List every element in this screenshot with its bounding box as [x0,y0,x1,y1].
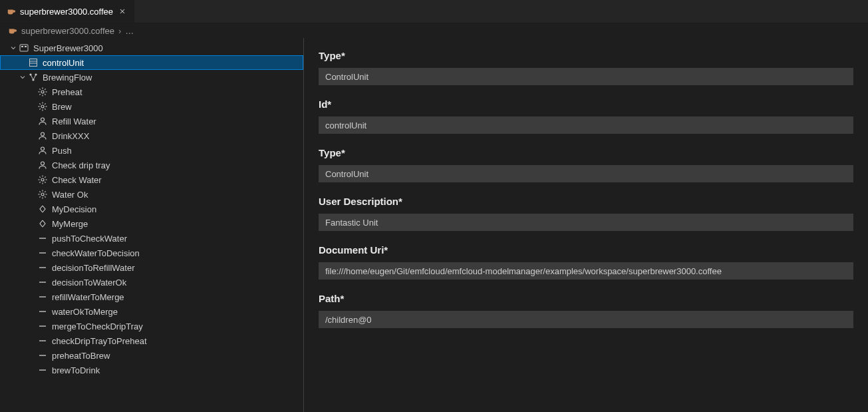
tree-arrow-placeholder [27,335,37,346]
edge-icon [37,365,48,375]
tree-item-label: Check Water [52,175,102,185]
tree-item-preheatToBrew[interactable]: preheatToBrew [0,348,303,363]
tree-item-decisionToWaterOk[interactable]: decisionToWaterOk [0,275,303,290]
tree-item-checkDripTrayToPreheat[interactable]: checkDripTrayToPreheat [0,333,303,348]
chevron-down-icon[interactable] [8,43,19,53]
tree-item-root[interactable]: SuperBrewer3000 [0,41,303,55]
tree-item-brewingFlow[interactable]: BrewingFlow [0,70,303,85]
svg-line-23 [39,103,40,104]
tree-item-brew[interactable]: Brew [0,99,303,114]
tree-arrow-placeholder [27,101,37,112]
svg-line-16 [45,89,45,89]
tree-item-checkWaterToDecision[interactable]: checkWaterToDecision [0,246,303,260]
breadcrumb-ellipsis[interactable]: … [125,26,134,36]
tree-item-myMerge[interactable]: MyMerge [0,216,303,231]
type-field-1[interactable] [319,68,853,85]
user-icon [37,160,48,170]
form-group-type-field-2: Type* [319,147,853,182]
tree-arrow-placeholder [27,160,37,170]
path-field[interactable] [319,311,853,328]
user-icon [37,145,48,156]
edge-icon [37,233,48,244]
tree-arrow-placeholder [27,306,37,317]
svg-line-47 [45,191,45,192]
svg-point-31 [41,178,44,181]
tree-arrow-placeholder [27,87,37,97]
tree-item-label: BrewingFlow [43,73,92,83]
svg-point-9 [41,91,44,93]
svg-rect-0 [20,45,28,51]
chevron-down-icon[interactable] [17,72,28,83]
svg-line-14 [39,89,40,89]
form-label: Type* [319,50,853,61]
tree-item-brewToDrink[interactable]: brewToDrink [0,363,303,377]
id-field[interactable] [319,116,853,134]
tree-item-preheat[interactable]: Preheat [0,85,303,99]
tree-arrow-placeholder [27,189,37,200]
document-uri-field[interactable] [319,262,853,280]
form-label: Type* [319,147,853,158]
svg-point-30 [41,162,45,165]
tree-item-pushToCheckWater[interactable]: pushToCheckWater [0,231,303,246]
tree-item-label: checkWaterToDecision [52,248,140,258]
tree-item-waterOk[interactable]: Water Ok [0,187,303,202]
tab-active[interactable]: superbrewer3000.coffee [0,0,135,23]
form-label: Path* [319,293,853,304]
edge-icon [37,277,48,288]
edge-icon [37,350,48,361]
tree-arrow-placeholder [27,350,37,361]
form-group-document-uri-field: Document Uri* [319,244,853,280]
tree-item-label: mergeToCheckDripTray [52,321,143,331]
gear-icon [37,174,48,185]
gear-icon [37,189,48,200]
coffee-icon [8,26,17,35]
svg-line-17 [39,94,40,95]
tree-arrow-placeholder [17,57,28,68]
tree-arrow-placeholder [27,277,37,288]
decision-icon [37,204,48,214]
tree-item-mergeToCheckDripTray[interactable]: mergeToCheckDripTray [0,319,303,333]
tree-panel: SuperBrewer3000controlUnitBrewingFlowPre… [0,38,304,412]
svg-line-46 [45,196,45,197]
tree-arrow-placeholder [27,321,37,331]
svg-point-27 [41,118,45,121]
tree-item-controlUnit[interactable]: controlUnit [0,55,303,70]
tree-item-label: MyDecision [52,204,96,214]
tree-item-drinkxxx[interactable]: DrinkXXX [0,128,303,143]
tree-item-checkDripTray[interactable]: Check drip tray [0,158,303,172]
tree-item-push[interactable]: Push [0,143,303,158]
edge-icon [37,321,48,331]
svg-line-25 [45,103,45,104]
unit-icon [28,57,39,68]
tree-item-label: checkDripTrayToPreheat [52,336,147,346]
tree-item-label: decisionToRefillWater [52,263,135,273]
tree-item-checkWater[interactable]: Check Water [0,172,303,187]
form-group-id-field: Id* [319,99,853,134]
form-label: User Description* [319,196,853,207]
chevron-right-icon: › [118,26,121,36]
svg-point-29 [41,147,45,150]
close-icon[interactable] [117,6,128,17]
tree-item-waterOkToMerge[interactable]: waterOkToMerge [0,304,303,319]
tree-item-myDecision[interactable]: MyDecision [0,202,303,216]
breadcrumb-file[interactable]: superbrewer3000.coffee [21,26,114,36]
tree-item-label: waterOkToMerge [52,307,118,317]
tree-item-refillWater[interactable]: Refill Water [0,114,303,128]
tree-item-decisionToRefillWater[interactable]: decisionToRefillWater [0,260,303,275]
tree-arrow-placeholder [27,262,37,273]
tree-arrow-placeholder [27,204,37,214]
breadcrumb: superbrewer3000.coffee › … [0,23,868,38]
edge-icon [37,262,48,273]
svg-line-37 [45,182,45,182]
user-description-field[interactable] [319,214,853,231]
tree-item-refillWaterToMerge[interactable]: refillWaterToMerge [0,290,303,304]
svg-rect-3 [30,59,37,67]
svg-point-28 [41,132,45,136]
gear-icon [37,101,48,112]
tree-item-label: Preheat [52,87,82,97]
svg-line-36 [39,176,40,177]
svg-line-45 [39,191,40,192]
type-field-2[interactable] [319,165,853,182]
svg-point-40 [41,193,44,196]
edge-icon [37,335,48,346]
